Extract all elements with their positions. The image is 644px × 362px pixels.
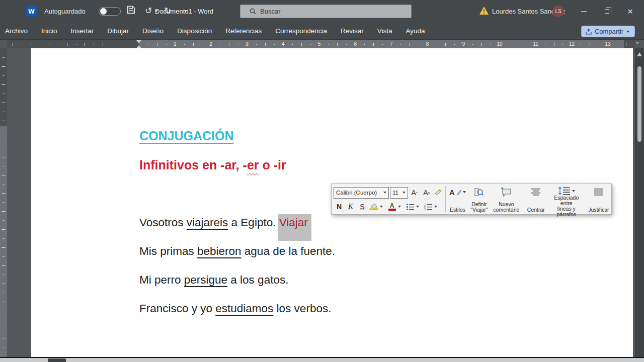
user-avatar[interactable]: LS	[552, 6, 564, 17]
scrollbar-thumb[interactable]	[637, 66, 641, 142]
line-spacing-button[interactable]: Espaciado entre líneas y párrafos	[547, 184, 586, 214]
ruler-tick	[103, 43, 103, 46]
tab-revisar[interactable]: Revisar	[341, 27, 364, 35]
word-app-icon[interactable]: W	[26, 6, 37, 17]
highlight-button[interactable]	[368, 201, 379, 213]
bullets-button[interactable]	[405, 201, 416, 213]
vertical-scrollbar[interactable]	[635, 48, 644, 357]
center-align-icon	[531, 188, 541, 196]
text-segment: Francisco y yo	[139, 302, 215, 315]
bullets-dropdown-icon[interactable]	[416, 206, 419, 208]
tab-referencias[interactable]: Referencias	[225, 27, 262, 35]
tab-vista[interactable]: Vista	[377, 27, 392, 35]
tab-archivo[interactable]: Archivo	[5, 27, 28, 35]
ruler-tick	[481, 43, 482, 46]
new-comment-button[interactable]: Nuevo comentario	[490, 184, 523, 214]
tab-disposición[interactable]: Disposición	[177, 27, 212, 35]
tab-inicio[interactable]: Inicio	[41, 27, 57, 35]
ruler-tick	[2, 193, 6, 194]
tab-dibujar[interactable]: Dibujar	[107, 27, 129, 35]
search-input[interactable]: Buscar	[240, 5, 412, 18]
ruler-tick	[3, 293, 5, 293]
ruler-tick	[382, 44, 383, 45]
highlight-dropdown-icon[interactable]	[380, 206, 383, 208]
vertical-ruler[interactable]	[0, 48, 7, 357]
warning-icon[interactable]	[479, 6, 489, 17]
styles-label: Estilos	[450, 207, 465, 213]
ruler-tick	[2, 229, 6, 230]
justify-button[interactable]: Justificar	[586, 184, 611, 214]
undo-icon[interactable]: ↺	[145, 5, 152, 17]
numbering-dropdown-icon[interactable]	[434, 206, 437, 208]
ruler-tick	[49, 43, 49, 46]
italic-button[interactable]: K	[345, 201, 356, 213]
ribbon-tab-row: ArchivoInicioInsertarDibujarDiseñoDispos…	[0, 23, 644, 40]
define-label-2: "Viajar"	[470, 207, 488, 213]
svg-text:3: 3	[424, 208, 426, 210]
styles-button[interactable]: A Estilos	[447, 184, 468, 214]
font-color-button[interactable]: A	[386, 201, 397, 213]
tab-correspondencia[interactable]: Correspondencia	[275, 27, 327, 35]
taskbar[interactable]	[0, 358, 644, 362]
format-painter-button[interactable]	[433, 187, 444, 199]
define-icon	[474, 188, 484, 197]
minimize-button[interactable]	[573, 0, 595, 23]
shrink-font-button[interactable]: Av	[421, 187, 432, 199]
ruler-tick	[364, 44, 365, 45]
ruler-tick	[590, 43, 590, 46]
bold-button[interactable]: N	[334, 201, 345, 213]
search-icon	[250, 8, 256, 15]
ruler-number: 6	[354, 41, 357, 47]
center-align-button[interactable]: Centrar	[525, 184, 547, 214]
ruler-tick	[3, 75, 5, 76]
underlined-verb: viajareis	[187, 216, 228, 229]
underlined-verb: estudiamos	[215, 302, 273, 315]
styles-pen-icon	[456, 189, 462, 196]
spacing-label-1: Espaciado entre	[554, 195, 579, 206]
ruler-tick	[346, 44, 347, 45]
autosave-label: Autoguardado	[44, 8, 86, 15]
ruler-tick	[202, 44, 202, 45]
ruler-tick	[2, 103, 6, 103]
save-icon[interactable]	[127, 6, 135, 18]
toolbar-divider	[524, 186, 524, 212]
ruler-tick	[121, 43, 121, 46]
ruler-tick	[157, 43, 157, 46]
font-size-combo[interactable]: 11	[390, 187, 408, 199]
define-button[interactable]: Definir "Viajar"	[468, 184, 490, 214]
share-icon	[586, 29, 592, 35]
ruler-tick	[13, 43, 13, 46]
close-button[interactable]: ×	[619, 0, 641, 23]
ruler-number: 2	[210, 41, 213, 47]
ruler-tick	[238, 44, 238, 45]
grow-font-button[interactable]: A^	[409, 187, 420, 199]
mini-toolbar: Calibri (Cuerpo) 11 A^ Av N K S	[331, 184, 612, 215]
text-segment: Vosotros	[139, 216, 187, 229]
ruler-tick	[3, 275, 5, 275]
autosave-toggle[interactable]	[99, 7, 121, 16]
restore-button[interactable]	[596, 0, 618, 23]
justify-icon	[594, 188, 604, 196]
ruler-tick	[3, 329, 5, 329]
ruler-number: 1	[174, 41, 177, 47]
underline-button[interactable]: S	[357, 201, 368, 213]
first-line-indent-marker[interactable]	[136, 40, 141, 43]
text-segment: agua de la fuente.	[242, 245, 335, 257]
taskbar-icon[interactable]	[48, 358, 66, 362]
font-color-bar	[388, 209, 396, 211]
ruler-tick	[509, 44, 509, 45]
share-button[interactable]: Compartir	[581, 26, 635, 37]
numbering-button[interactable]: 123	[423, 201, 434, 213]
ruler-tick	[292, 44, 293, 45]
tab-diseño[interactable]: Diseño	[142, 27, 164, 35]
ruler-tick	[58, 44, 58, 45]
ribbon-collapse-icon[interactable]	[636, 42, 639, 44]
font-name-value: Calibri (Cuerpo)	[336, 190, 377, 196]
scroll-up-icon[interactable]	[637, 52, 642, 56]
horizontal-ruler[interactable]: 12345678910111213	[7, 40, 635, 48]
font-size-value: 11	[392, 190, 398, 196]
font-color-dropdown-icon[interactable]	[398, 206, 401, 208]
tab-insertar[interactable]: Insertar	[71, 27, 94, 35]
tab-ayuda[interactable]: Ayuda	[406, 27, 425, 35]
font-name-combo[interactable]: Calibri (Cuerpo)	[334, 187, 389, 199]
